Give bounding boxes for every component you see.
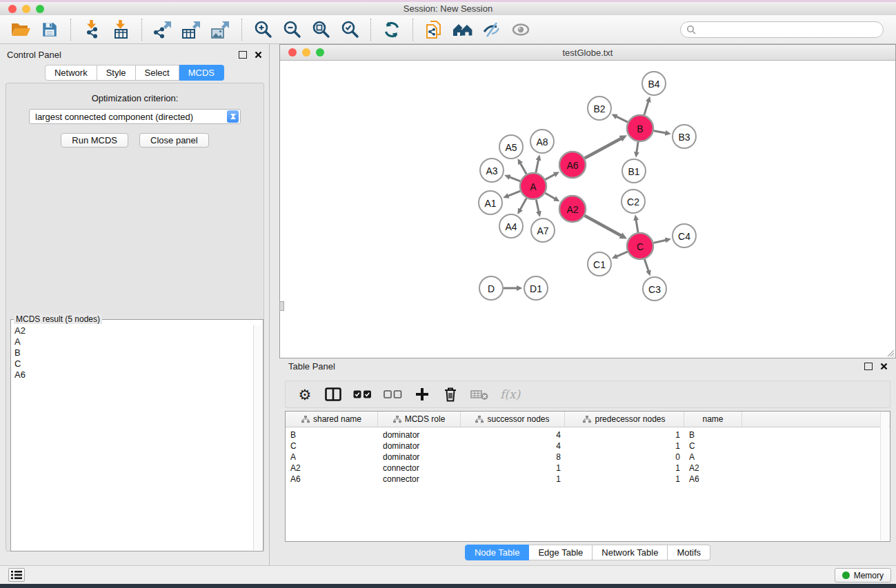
zoom-fit-icon[interactable]: [309, 18, 332, 41]
optimization-criterion-select[interactable]: largest connected component (directed): [29, 109, 241, 124]
graph-node-B2[interactable]: B2: [588, 97, 611, 120]
graph-node-B[interactable]: B: [627, 115, 653, 141]
graph-node-A4[interactable]: A4: [499, 214, 523, 238]
close-table-panel-icon[interactable]: [880, 363, 888, 370]
graph-edge-B-B3[interactable]: [654, 131, 666, 133]
table-cell[interactable]: A: [684, 452, 742, 462]
delete-column-icon[interactable]: [442, 385, 459, 404]
graph-node-D1[interactable]: D1: [524, 276, 548, 300]
table-cell[interactable]: C: [684, 441, 742, 451]
graph-edge-A2-C[interactable]: [585, 216, 621, 236]
graph-node-A[interactable]: A: [520, 173, 546, 199]
mcds-result-item[interactable]: A2: [12, 325, 254, 336]
graph-edge-A-A7[interactable]: [536, 200, 539, 212]
mcds-result-item[interactable]: A6: [12, 369, 254, 381]
table-row[interactable]: Cdominator41C: [286, 440, 890, 452]
export-table-icon[interactable]: [180, 18, 203, 41]
table-cell[interactable]: connector: [378, 463, 461, 473]
tab-network-table[interactable]: Network Table: [593, 545, 668, 560]
table-row[interactable]: A6connector11A6: [286, 474, 890, 485]
tab-node-table[interactable]: Node Table: [465, 545, 530, 560]
graph-edge-C-C1[interactable]: [617, 252, 628, 256]
canvas-edge-handle[interactable]: [279, 301, 284, 311]
graph-edge-A6-B[interactable]: [585, 139, 621, 159]
function-builder-icon[interactable]: f(x): [500, 385, 520, 404]
graph-edge-A-A4[interactable]: [520, 199, 526, 210]
graph-node-A7[interactable]: A7: [531, 219, 555, 242]
graph-node-C1[interactable]: C1: [588, 252, 611, 276]
graph-edge-A-A6[interactable]: [546, 174, 555, 180]
table-cell[interactable]: 1: [565, 430, 684, 440]
graph-node-A5[interactable]: A5: [499, 135, 523, 159]
tab-edge-table[interactable]: Edge Table: [529, 545, 593, 560]
table-cell[interactable]: B: [286, 430, 378, 440]
table-row[interactable]: Bdominator41B: [286, 429, 890, 440]
table-cell[interactable]: 1: [565, 463, 684, 473]
import-table-icon[interactable]: [109, 18, 132, 41]
table-cell[interactable]: A6: [286, 474, 378, 484]
graph-edge-C-C3[interactable]: [644, 259, 648, 272]
graph-node-A6[interactable]: A6: [559, 152, 586, 178]
table-row[interactable]: Adominator80A: [286, 452, 890, 463]
table-cell[interactable]: 0: [565, 452, 684, 462]
graph-edge-C-C2[interactable]: [636, 220, 638, 233]
deselect-all-icon[interactable]: [384, 385, 402, 404]
open-session-icon[interactable]: [9, 18, 32, 41]
graph-node-A3[interactable]: A3: [480, 159, 504, 182]
column-header-successor-nodes[interactable]: successor nodes: [461, 412, 565, 427]
graph-node-A2[interactable]: A2: [559, 196, 586, 222]
table-cell[interactable]: 1: [565, 474, 684, 484]
tab-network[interactable]: Network: [45, 65, 97, 81]
duplicate-network-icon[interactable]: [422, 18, 446, 41]
run-mcds-button[interactable]: Run MCDS: [61, 133, 128, 148]
graph-node-A8[interactable]: A8: [530, 130, 554, 153]
select-all-icon[interactable]: [353, 385, 372, 404]
mcds-result-item[interactable]: A: [12, 336, 254, 347]
table-cell[interactable]: A2: [286, 463, 378, 473]
graph-node-C2[interactable]: C2: [621, 190, 645, 213]
table-cell[interactable]: 1: [565, 441, 684, 451]
graph-node-D[interactable]: D: [479, 276, 503, 300]
graph-node-C4[interactable]: C4: [673, 224, 696, 247]
graph-edge-A-A5[interactable]: [520, 163, 526, 174]
import-network-icon[interactable]: [80, 18, 103, 41]
table-cell[interactable]: B: [684, 430, 742, 440]
column-view-icon[interactable]: [325, 385, 341, 404]
mcds-result-scrollbar[interactable]: [253, 325, 262, 550]
memory-button[interactable]: Memory: [835, 568, 891, 582]
graph-node-B4[interactable]: B4: [642, 72, 666, 95]
apply-layout-icon[interactable]: [380, 18, 404, 41]
zoom-out-icon[interactable]: [280, 18, 303, 41]
table-row[interactable]: A2connector11A2: [286, 463, 890, 474]
close-panel-icon[interactable]: [255, 51, 262, 59]
task-history-button[interactable]: [8, 568, 25, 582]
save-session-icon[interactable]: [38, 18, 61, 41]
table-cell[interactable]: 1: [461, 463, 565, 473]
graph-edge-B-B1[interactable]: [637, 142, 638, 153]
table-scrollbar[interactable]: [880, 412, 889, 540]
column-header-predecessor-nodes[interactable]: predecessor nodes: [565, 412, 684, 427]
show-graphics-details-icon[interactable]: [509, 18, 532, 41]
column-header-shared-name[interactable]: shared name: [286, 412, 378, 427]
float-panel-icon[interactable]: [239, 51, 247, 59]
mcds-result-item[interactable]: B: [12, 347, 254, 358]
hide-graphics-details-icon[interactable]: [480, 18, 504, 41]
column-header-MCDS-role[interactable]: MCDS role: [378, 412, 461, 427]
table-cell[interactable]: 8: [461, 452, 565, 462]
table-cell[interactable]: dominator: [378, 452, 461, 462]
graph-edge-B-B4[interactable]: [644, 101, 648, 115]
select-stepper-icon[interactable]: [227, 110, 239, 123]
table-cell[interactable]: A: [286, 452, 378, 462]
export-image-icon[interactable]: [209, 18, 232, 41]
graph-node-A1[interactable]: A1: [479, 191, 502, 214]
table-cell[interactable]: 4: [461, 430, 565, 440]
mcds-result-item[interactable]: C: [12, 358, 254, 369]
add-column-icon[interactable]: [414, 385, 430, 404]
table-settings-icon[interactable]: ⚙: [297, 385, 313, 404]
table-cell[interactable]: A6: [684, 474, 742, 484]
search-box[interactable]: [680, 21, 884, 38]
graph-node-B1[interactable]: B1: [622, 159, 646, 183]
graph-node-B3[interactable]: B3: [673, 125, 696, 148]
graph-edge-A-A1[interactable]: [508, 191, 520, 196]
tab-style[interactable]: Style: [97, 65, 136, 81]
